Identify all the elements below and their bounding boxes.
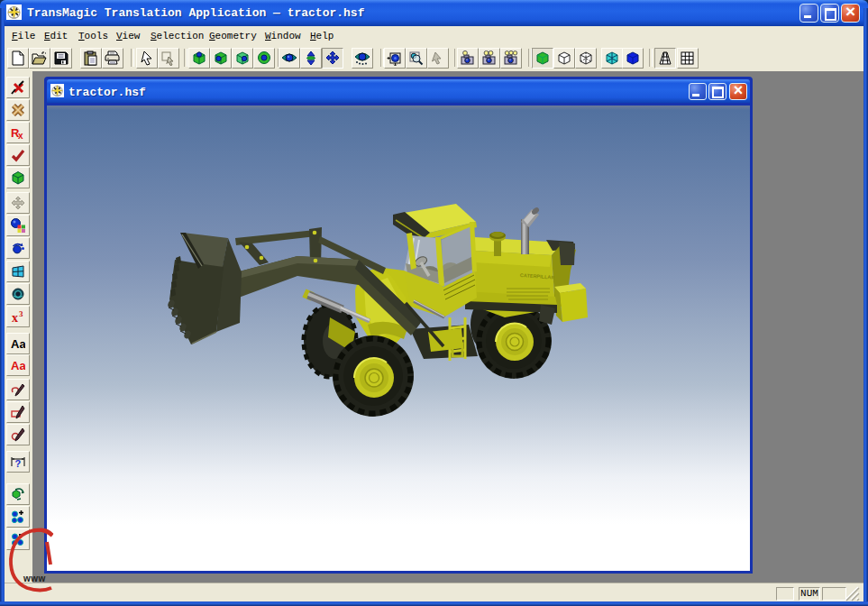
svg-text:x: x [12, 311, 18, 324]
svg-text:3: 3 [19, 309, 23, 318]
svg-text:Aa: Aa [11, 359, 25, 372]
svg-text:x: x [18, 131, 23, 140]
svg-text:Aa: Aa [11, 337, 25, 351]
svg-text:www: www [23, 574, 46, 583]
svg-text:?: ? [15, 458, 22, 469]
